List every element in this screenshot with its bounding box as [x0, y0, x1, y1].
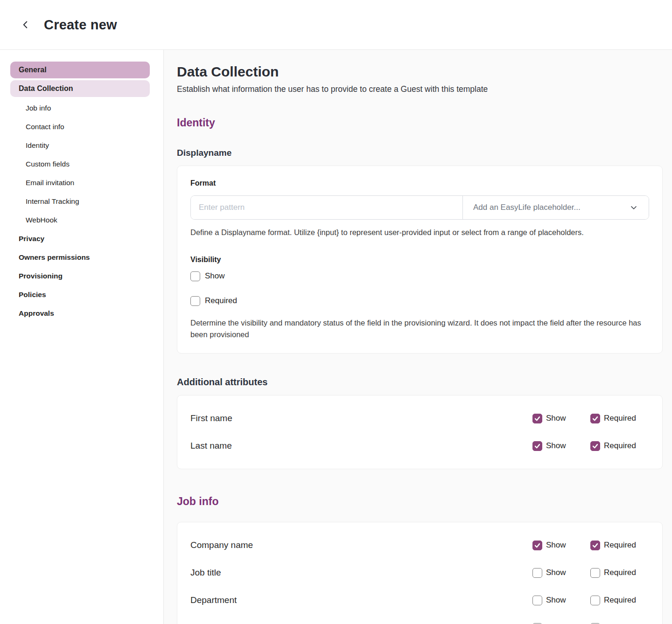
- job-info-card: Company name Show Required Job title: [177, 522, 663, 624]
- page-header-title: Create new: [44, 17, 117, 33]
- show-checkbox[interactable]: [532, 596, 542, 605]
- show-checkbox[interactable]: [532, 441, 542, 451]
- attribute-row-last-name: Last name Show Required: [190, 438, 649, 454]
- format-combo: Add an EasyLife placeholder...: [190, 195, 649, 220]
- show-checkbox[interactable]: [532, 541, 542, 550]
- sidebar-item-internal-tracking[interactable]: Internal Tracking: [0, 192, 163, 211]
- attribute-label: Department: [190, 595, 532, 605]
- attribute-row-company-name: Company name Show Required: [190, 537, 649, 553]
- required-checkbox[interactable]: [590, 541, 600, 550]
- attribute-label: Last name: [190, 441, 532, 451]
- sidebar: General Data Collection Job info Contact…: [0, 50, 164, 624]
- required-checkbox[interactable]: [190, 296, 200, 306]
- additional-attributes-heading: Additional attributes: [177, 377, 663, 388]
- attribute-label: Job title: [190, 568, 532, 578]
- attribute-row-job-title: Job title Show Required: [190, 565, 649, 581]
- attribute-row-first-name: First name Show Required: [190, 410, 649, 426]
- required-checkbox[interactable]: [590, 441, 600, 451]
- chevron-down-icon: [629, 203, 638, 212]
- pattern-input[interactable]: [191, 196, 462, 219]
- app-header: Create new: [0, 0, 672, 50]
- attribute-row-department: Department Show Required: [190, 592, 649, 608]
- easylife-placeholder-dropdown-label: Add an EasyLife placeholder...: [473, 203, 581, 212]
- sidebar-item-webhook[interactable]: WebHook: [0, 211, 163, 229]
- required-checkbox-label: Required: [205, 296, 237, 305]
- required-checkbox-label: Required: [604, 541, 636, 550]
- identity-section-heading: Identity: [177, 117, 663, 129]
- attribute-label: Company name: [190, 540, 532, 550]
- show-checkbox-label: Show: [546, 568, 566, 577]
- required-checkbox-label: Required: [604, 568, 636, 577]
- show-checkbox-label: Show: [546, 441, 566, 451]
- page-title: Data Collection: [177, 64, 663, 80]
- back-button[interactable]: [18, 17, 34, 33]
- sidebar-item-general[interactable]: General: [10, 62, 150, 78]
- show-checkbox-label: Show: [546, 414, 566, 423]
- main-content: Data Collection Establish what informati…: [164, 50, 672, 624]
- visibility-help-text: Determine the visibility and mandatory s…: [190, 317, 649, 340]
- show-checkbox-label: Show: [546, 541, 566, 550]
- attribute-row-employee-id: Employee Id Show Required: [190, 620, 649, 624]
- easylife-placeholder-dropdown[interactable]: Add an EasyLife placeholder...: [462, 196, 649, 219]
- format-help-text: Define a Displayname format. Utilize {in…: [190, 227, 649, 238]
- required-checkbox-label: Required: [604, 441, 636, 451]
- sidebar-item-job-info[interactable]: Job info: [0, 99, 163, 118]
- additional-attributes-card: First name Show Required Last name: [177, 395, 663, 469]
- page-subtitle: Establish what information the user has …: [177, 84, 663, 94]
- required-checkbox-label: Required: [604, 596, 636, 605]
- format-label: Format: [190, 179, 649, 187]
- show-checkbox-label: Show: [546, 596, 566, 605]
- show-checkbox[interactable]: [190, 271, 200, 281]
- required-checkbox[interactable]: [590, 568, 600, 578]
- show-checkbox[interactable]: [532, 568, 542, 578]
- job-info-section-heading: Job info: [177, 495, 663, 508]
- required-checkbox-label: Required: [604, 414, 636, 423]
- sidebar-item-custom-fields[interactable]: Custom fields: [0, 155, 163, 173]
- sidebar-item-owners-permissions[interactable]: Owners permissions: [0, 248, 163, 267]
- sidebar-item-identity[interactable]: Identity: [0, 136, 163, 155]
- sidebar-item-policies[interactable]: Policies: [0, 285, 163, 304]
- show-checkbox[interactable]: [532, 414, 542, 423]
- sidebar-item-data-collection[interactable]: Data Collection: [10, 80, 150, 97]
- show-checkbox-label: Show: [205, 271, 225, 281]
- chevron-left-icon: [21, 20, 31, 30]
- sidebar-item-email-invitation[interactable]: Email invitation: [0, 173, 163, 192]
- attribute-label: First name: [190, 413, 532, 423]
- displayname-heading: Displayname: [177, 148, 663, 158]
- sidebar-item-contact-info[interactable]: Contact info: [0, 118, 163, 136]
- sidebar-item-privacy[interactable]: Privacy: [0, 229, 163, 248]
- displayname-card: Format Add an EasyLife placeholder... De…: [177, 166, 663, 354]
- sidebar-item-provisioning[interactable]: Provisioning: [0, 267, 163, 285]
- visibility-label: Visibility: [190, 256, 649, 264]
- sidebar-item-approvals[interactable]: Approvals: [0, 304, 163, 323]
- required-checkbox[interactable]: [590, 596, 600, 605]
- required-checkbox[interactable]: [590, 414, 600, 423]
